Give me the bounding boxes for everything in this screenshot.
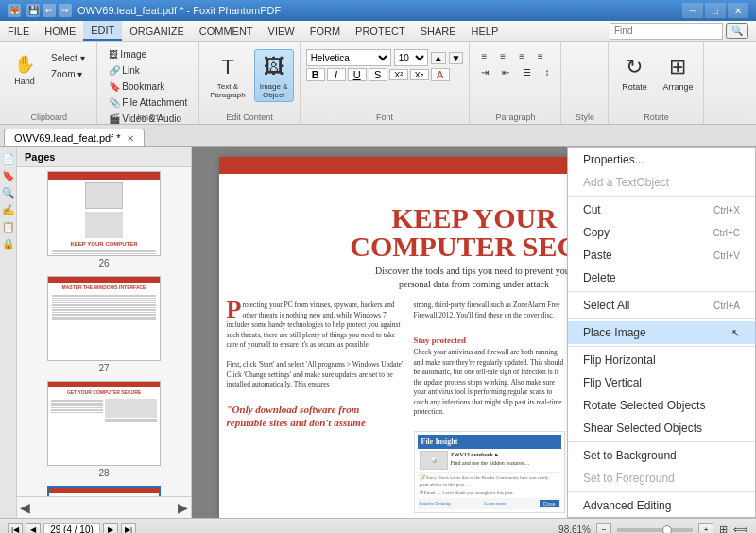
cursor-indicator: ↖ [731, 327, 740, 339]
menu-help[interactable]: HELP [464, 21, 507, 41]
panel-icon-4[interactable]: ✍ [1, 202, 16, 217]
image-object-icon: 🖼 [259, 52, 289, 82]
align-right-btn[interactable]: ≡ [513, 49, 530, 63]
sidebar-prev-btn[interactable]: ◀ [20, 500, 30, 515]
menu-comment[interactable]: COMMENT [192, 21, 261, 41]
zoom-out-button[interactable]: − [596, 523, 611, 534]
panel-icon-2[interactable]: 🔖 [1, 168, 16, 183]
ribbon-btn-link[interactable]: 🔗 Link [103, 63, 146, 77]
font-name-select[interactable]: Helvetica [306, 49, 391, 66]
zoom-in-button[interactable]: + [698, 523, 713, 534]
menu-organize[interactable]: ORGANIZE [122, 21, 191, 41]
context-rotate-selected[interactable]: Rotate Selected Objects [568, 394, 755, 417]
document-tab[interactable]: OWV69.lead_feat.pdf * ✕ [4, 129, 145, 146]
context-paste[interactable]: Paste Ctrl+V [568, 244, 755, 266]
last-page-button[interactable]: ▶| [121, 523, 136, 534]
context-advanced-editing[interactable]: Advanced Editing [568, 494, 755, 517]
page-number-input[interactable] [43, 523, 100, 534]
file-insight-content: 📊 ZWV13 notebook ▸ Find and use the hidd… [418, 449, 561, 498]
prev-page-button[interactable]: ◀ [26, 523, 41, 534]
menu-protect[interactable]: PROTECT [348, 21, 413, 41]
context-place-image[interactable]: Place Image ↖ [568, 321, 755, 344]
panel-icon-3[interactable]: 🔍 [1, 185, 16, 200]
ribbon-btn-file-attach[interactable]: 📎 File Attachment [103, 95, 194, 110]
search-button[interactable]: 🔍 [726, 23, 748, 39]
page-thumb-26[interactable]: KEEP YOUR COMPUTER 26 [21, 171, 187, 268]
spacing-btn[interactable]: ↕ [539, 65, 555, 79]
align-center-btn[interactable]: ≡ [494, 49, 511, 63]
menu-edit[interactable]: EDIT [83, 21, 122, 41]
context-shear-selected[interactable]: Shear Selected Objects [568, 417, 755, 439]
page-thumb-29[interactable]: 29 [21, 486, 187, 496]
ribbon-group-label-paragraph: Paragraph [470, 112, 560, 122]
ribbon-group-label-rotate: Rotate [609, 112, 703, 122]
context-flip-v[interactable]: Flip Vertical [568, 371, 755, 394]
font-size-select[interactable]: 10 [394, 49, 428, 66]
arrange-icon: ⊞ [662, 52, 693, 82]
panel-icon-6[interactable]: 🔒 [1, 236, 16, 251]
menu-share[interactable]: SHARE [413, 21, 464, 41]
superscript-button[interactable]: X² [389, 69, 408, 80]
context-set-background[interactable]: Set to Background [568, 444, 755, 467]
page-thumb-28[interactable]: GET YOUR COMPUTER SECURE [21, 381, 187, 478]
font-size-up[interactable]: ▲ [431, 52, 446, 64]
page-thumb-27[interactable]: MASTER THE WINDOWS INTERFACE [21, 276, 187, 373]
first-page-button[interactable]: |◀ [8, 523, 23, 534]
list-btn[interactable]: ☰ [517, 65, 537, 79]
menu-file[interactable]: FILE [0, 21, 37, 41]
context-copy[interactable]: Copy Ctrl+C [568, 221, 755, 244]
close-button[interactable]: ✕ [728, 3, 748, 18]
redo-icon[interactable]: ↪ [59, 4, 72, 17]
context-properties[interactable]: Properties... [568, 148, 755, 171]
undo-icon[interactable]: ↩ [43, 4, 56, 17]
ribbon-btn-bookmark[interactable]: 🔖 Bookmark [103, 79, 171, 94]
context-select-all[interactable]: Select All Ctrl+A [568, 294, 755, 317]
ribbon-btn-rotate[interactable]: ↻ Rotate [614, 49, 654, 95]
context-flip-h[interactable]: Flip Horizontal [568, 349, 755, 371]
fit-width-button[interactable]: ⟺ [733, 524, 748, 533]
context-sep-2 [568, 291, 755, 292]
align-left-btn[interactable]: ≡ [475, 49, 492, 63]
close-btn-fi[interactable]: Close [540, 500, 559, 507]
ribbon-btn-arrange[interactable]: ⊞ Arrange [658, 49, 697, 95]
panel-icon-5[interactable]: 📋 [1, 219, 16, 234]
zoom-thumb[interactable] [662, 525, 672, 534]
zoom-slider[interactable] [617, 528, 693, 532]
maximize-button[interactable]: □ [705, 3, 726, 18]
underline-button[interactable]: U [348, 68, 367, 81]
font-size-down[interactable]: ▼ [449, 52, 464, 64]
ribbon-btn-image[interactable]: 🖼 Image [103, 47, 153, 61]
subscript-button[interactable]: X₂ [410, 69, 429, 80]
search-input[interactable] [610, 23, 723, 40]
outdent-btn[interactable]: ⇤ [496, 65, 515, 79]
menu-form[interactable]: FORM [302, 21, 348, 41]
context-delete[interactable]: Delete [568, 266, 755, 289]
fit-page-button[interactable]: ⊞ [719, 524, 728, 533]
load-to-desktop-link[interactable]: Load to Desktop [420, 500, 451, 507]
ribbon-btn-select[interactable]: Select ▾ [45, 51, 91, 65]
ribbon-group-rotate: ↻ Rotate ⊞ Arrange Rotate [609, 42, 704, 124]
context-sep-6 [568, 491, 755, 492]
next-page-button[interactable]: ▶ [103, 523, 118, 534]
fi-desc: Find and use the hidden features… [451, 459, 530, 467]
italic-button[interactable]: I [327, 68, 346, 81]
panel-icon-1[interactable]: 📄 [1, 151, 16, 166]
align-justify-btn[interactable]: ≡ [532, 49, 549, 63]
context-cut[interactable]: Cut Ctrl+X [568, 198, 755, 221]
ribbon-btn-text-paragraph[interactable]: T Text & Paragraph [205, 49, 249, 102]
ribbon-btn-zoom[interactable]: Zoom ▾ [45, 67, 91, 81]
minimize-button[interactable]: ─ [682, 3, 703, 18]
title-bar-left: 🦊 💾 ↩ ↪ OWV69.lead_feat.pdf * - Foxit Ph… [8, 4, 281, 17]
indent-btn[interactable]: ⇥ [475, 65, 494, 79]
menu-view[interactable]: VIEW [261, 21, 302, 41]
strikethrough-button[interactable]: S [369, 68, 387, 81]
font-color-button[interactable]: A [431, 68, 450, 81]
sidebar-next-btn[interactable]: ▶ [178, 500, 188, 515]
bold-button[interactable]: B [306, 68, 325, 81]
ribbon-btn-image-object[interactable]: 🖼 Image & Object [254, 49, 294, 102]
save-icon-small[interactable]: 💾 [26, 4, 40, 17]
learn-more-link[interactable]: Learn more [484, 500, 506, 507]
ribbon-btn-hand[interactable]: ✋ Hand [8, 49, 42, 89]
tab-close-button[interactable]: ✕ [127, 133, 134, 144]
menu-home[interactable]: HOME [37, 21, 83, 41]
